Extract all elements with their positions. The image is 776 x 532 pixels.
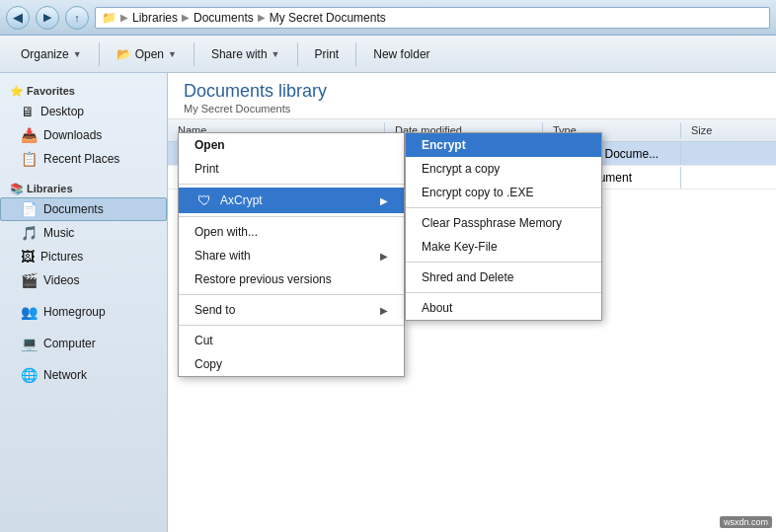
back-button[interactable]: ◀ [6,6,30,30]
share-with-arrow: ▶ [380,251,388,262]
library-header: Documents library My Secret Documents [168,73,776,119]
organize-dropdown-arrow: ▼ [73,49,82,59]
desktop-icon: 🖥 [21,104,35,119]
sidebar-item-downloads[interactable]: 📥 Downloads [0,123,167,147]
homegroup-icon: 👥 [21,304,38,320]
sidebar-item-desktop[interactable]: 🖥 Desktop [0,100,167,123]
ctx-copy[interactable]: Copy [179,352,404,376]
address-separator: ▶ [258,12,266,23]
column-size[interactable]: Size [681,122,776,138]
libraries-section[interactable]: 📚 Libraries [0,179,167,197]
address-part-libraries[interactable]: Libraries [132,11,178,25]
toolbar: Organize ▼ 📂 Open ▼ Share with ▼ Print N… [0,36,776,73]
ctx-axcrypt[interactable]: 🛡 AxCrypt ▶ [179,188,404,213]
address-part-my-secret[interactable]: My Secret Documents [270,11,386,25]
sidebar-divider-2 [0,292,167,300]
ctx-separator-3 [179,294,404,295]
pictures-icon: 🖼 [21,249,35,265]
share-dropdown-arrow: ▼ [272,49,280,59]
library-title: Documents library [184,81,760,102]
address-bar[interactable]: 📁 ▶ Libraries ▶ Documents ▶ My Secret Do… [95,7,770,29]
file-size-cell-2 [681,174,776,182]
sidebar-item-network[interactable]: 🌐 Network [0,363,167,387]
toolbar-separator-2 [194,42,194,66]
toolbar-separator-3 [297,42,298,66]
share-with-button[interactable]: Share with ▼ [200,40,291,68]
forward-button[interactable]: ▶ [36,6,59,30]
sidebar-item-homegroup[interactable]: 👥 Homegroup [0,300,167,324]
new-folder-button[interactable]: New folder [362,40,440,68]
ctx-open-with[interactable]: Open with... [179,220,404,244]
up-button[interactable]: ↑ [65,6,89,30]
ctx-cut[interactable]: Cut [179,329,404,352]
sidebar-item-computer[interactable]: 💻 Computer [0,332,167,355]
ctx-separator-2 [179,216,404,217]
ctx-separator-4 [179,325,404,326]
sidebar-divider-3 [0,324,167,332]
main-area: ⭐ Favorites 🖥 Desktop 📥 Downloads 📋 Rece… [0,73,776,532]
ctx-restore[interactable]: Restore previous versions [179,267,404,291]
ctx-separator-1 [179,184,404,185]
submenu-separator-2 [406,262,601,263]
submenu-encrypt-copy-exe[interactable]: Encrypt copy to .EXE [406,181,601,204]
submenu-clear-passphrase[interactable]: Clear Passphrase Memory [406,211,601,235]
address-separator: ▶ [120,12,128,23]
axcrypt-arrow: ▶ [380,195,388,206]
sidebar-item-music[interactable]: 🎵 Music [0,221,167,245]
favorites-section[interactable]: ⭐ Favorites [0,81,167,100]
title-bar: ◀ ▶ ↑ 📁 ▶ Libraries ▶ Documents ▶ My Sec… [0,0,776,36]
watermark: wsxdn.com [720,516,772,528]
network-icon: 🌐 [21,367,38,383]
ctx-print[interactable]: Print [179,157,404,181]
library-subtitle: My Secret Documents [184,103,760,114]
open-icon: 📂 [116,47,131,61]
axcrypt-icon: 🛡 [194,192,214,208]
recent-places-icon: 📋 [21,151,38,167]
sidebar-item-pictures[interactable]: 🖼 Pictures [0,245,167,268]
toolbar-separator [99,42,100,66]
ctx-send-to[interactable]: Send to ▶ [179,298,404,322]
documents-icon: 📄 [21,201,38,217]
submenu-encrypt-copy[interactable]: Encrypt a copy [406,157,601,181]
content-panel: Documents library My Secret Documents Na… [168,73,776,532]
downloads-icon: 📥 [21,127,38,143]
sidebar-divider-4 [0,355,167,363]
submenu-separator-1 [406,207,601,208]
sidebar: ⭐ Favorites 🖥 Desktop 📥 Downloads 📋 Rece… [0,73,168,532]
axcrypt-submenu: Encrypt Encrypt a copy Encrypt copy to .… [405,132,602,321]
send-to-arrow: ▶ [380,305,388,316]
sidebar-item-recent-places[interactable]: 📋 Recent Places [0,147,167,171]
ctx-open[interactable]: Open [179,133,404,157]
toolbar-separator-4 [355,42,356,66]
folder-icon: 📁 [102,11,116,25]
open-button[interactable]: 📂 Open ▼ [106,40,188,68]
sidebar-item-documents[interactable]: 📄 Documents [0,197,167,221]
submenu-separator-3 [406,292,601,293]
file-size-cell [681,150,776,158]
context-menu: Open Print 🛡 AxCrypt ▶ Open with... Shar… [178,132,405,377]
print-button[interactable]: Print [304,40,350,68]
open-dropdown-arrow: ▼ [168,49,177,59]
sidebar-item-videos[interactable]: 🎬 Videos [0,268,167,292]
videos-icon: 🎬 [21,272,38,288]
submenu-make-key-file[interactable]: Make Key-File [406,235,601,259]
music-icon: 🎵 [21,225,38,241]
submenu-shred-delete[interactable]: Shred and Delete [406,266,601,289]
address-separator: ▶ [182,12,190,23]
sidebar-divider [0,171,167,179]
submenu-about[interactable]: About [406,296,601,320]
organize-button[interactable]: Organize ▼ [10,40,93,68]
submenu-encrypt[interactable]: Encrypt [406,133,601,157]
ctx-share-with[interactable]: Share with ▶ [179,244,404,267]
address-part-documents[interactable]: Documents [194,11,254,25]
computer-icon: 💻 [21,336,38,351]
